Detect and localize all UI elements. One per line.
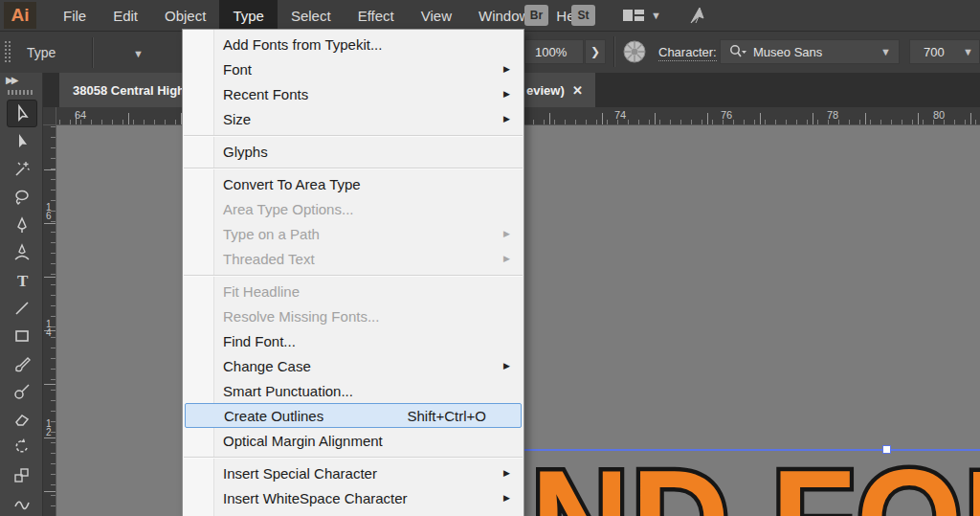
direct-selection-icon [12, 132, 32, 151]
app-logo: Ai [4, 2, 36, 29]
line-segment-tool[interactable] [7, 294, 37, 322]
text-baseline-guide [522, 449, 980, 451]
menu-separator [183, 164, 523, 171]
shaper-tool[interactable] [7, 377, 37, 405]
paintbrush-tool[interactable] [7, 349, 37, 377]
ruler-tick-label: 64 [75, 109, 86, 121]
bridge-button[interactable]: Br [524, 5, 548, 26]
divider [613, 36, 614, 67]
menu-item-resolve-missing-fonts: Resolve Missing Fonts... [183, 303, 523, 328]
ruler-tick-label: 74 [614, 109, 626, 121]
menu-item-create-outlines[interactable]: Create OutlinesShift+Ctrl+O [185, 403, 522, 428]
fill-chevron-icon[interactable]: ▼ [133, 48, 144, 59]
magic-wand-icon [12, 160, 32, 179]
tools-grip-handle[interactable] [8, 90, 34, 95]
vertical-ruler[interactable]: 161412 [43, 125, 56, 516]
curvature-pen-icon [12, 243, 32, 262]
menu-item-label: Smart Punctuation... [223, 383, 353, 399]
workspace-switcher[interactable]: ▼ [622, 8, 661, 23]
menu-item-change-case[interactable]: Change Case▶ [183, 353, 523, 378]
zoom-level-field[interactable]: 100% [524, 39, 584, 64]
ruler-origin-box[interactable] [43, 107, 56, 125]
menu-item-label: Convert To Area Type [223, 176, 361, 192]
collapse-panel-icon[interactable]: ▶▶ [6, 75, 16, 85]
tab-close-icon[interactable]: ✕ [572, 83, 583, 98]
eraser-icon [12, 410, 32, 429]
menu-item-label: Insert WhiteSpace Character [223, 490, 408, 506]
submenu-arrow-icon: ▶ [503, 114, 514, 123]
menu-item-label: Type on a Path [223, 226, 320, 242]
font-family-field[interactable]: Museo Sans ▼ [720, 39, 900, 64]
rectangle-icon [12, 326, 32, 346]
lasso-tool[interactable] [7, 183, 37, 211]
menu-item-insert-whitespace-character[interactable]: Insert WhiteSpace Character▶ [183, 485, 523, 510]
menu-item-label: Glyphs [223, 144, 268, 160]
menu-item-smart-punctuation[interactable]: Smart Punctuation... [183, 378, 523, 403]
menu-item-find-font[interactable]: Find Font... [183, 328, 523, 353]
menu-item-area-type-options: Area Type Options... [183, 196, 523, 221]
rectangle-tool[interactable] [7, 322, 37, 349]
menu-item-size[interactable]: Size▶ [183, 106, 523, 131]
menubar: Ai FileEditObjectTypeSelectEffectViewWin… [0, 0, 980, 31]
menu-item-label: Threaded Text [223, 251, 315, 267]
pen-tool[interactable] [7, 211, 37, 238]
menubar-item-edit[interactable]: Edit [100, 0, 151, 31]
scale-icon [12, 465, 32, 484]
menubar-item-type[interactable]: Type [219, 0, 278, 31]
menu-item-type-on-a-path: Type on a Path▶ [183, 221, 523, 246]
tools-panel: ▶▶ T [0, 73, 43, 516]
menu-item-fit-headline: Fit Headline [183, 279, 523, 303]
anchor-point-handle[interactable] [882, 445, 891, 454]
width-tool[interactable] [7, 488, 37, 516]
menu-item-recent-fonts[interactable]: Recent Fonts▶ [183, 81, 523, 106]
shaper-icon [12, 382, 32, 401]
font-family-value: Museo Sans [753, 45, 822, 59]
curvature-pen-tool[interactable] [7, 238, 37, 266]
ruler-tick-label: 78 [827, 109, 838, 121]
menu-item-convert-to-area-type[interactable]: Convert To Area Type [183, 171, 523, 196]
chevron-down-icon: ▼ [651, 10, 661, 21]
menubar-item-object[interactable]: Object [151, 0, 219, 31]
menubar-item-file[interactable]: File [50, 0, 100, 31]
menubar-item-view[interactable]: View [408, 0, 465, 31]
menubar-item-select[interactable]: Select [278, 0, 345, 31]
scale-tool[interactable] [7, 460, 37, 488]
panel-grip-handle[interactable] [5, 41, 11, 64]
ruler-tick-label: 12 [46, 419, 52, 437]
rotate-icon [12, 437, 32, 457]
menu-item-label: Find Font... [223, 333, 296, 349]
rotate-tool[interactable] [7, 433, 37, 460]
recolor-artwork-icon[interactable] [622, 39, 647, 64]
menu-item-font[interactable]: Font▶ [183, 56, 523, 81]
menu-item-label: Font [223, 61, 252, 78]
menu-separator [183, 453, 523, 460]
font-weight-field[interactable]: 700 ▼ [909, 39, 980, 64]
direct-selection-tool[interactable] [7, 127, 37, 155]
menubar-item-effect[interactable]: Effect [345, 0, 408, 31]
next-object-button[interactable]: ❯ [585, 39, 606, 64]
document-title-suffix: eview) [526, 83, 565, 98]
selection-icon [12, 104, 32, 123]
eraser-tool[interactable] [7, 405, 37, 433]
menu-item-insert-special-character[interactable]: Insert Special Character▶ [183, 460, 523, 485]
selection-tool[interactable] [7, 100, 37, 127]
workspace-layout-icon [622, 8, 645, 23]
menu-item-shortcut: Shift+Ctrl+O [407, 408, 511, 424]
paintbrush-icon [12, 354, 32, 373]
submenu-arrow-icon: ▶ [503, 361, 514, 370]
menu-item-glyphs[interactable]: Glyphs [183, 139, 523, 164]
menu-item-threaded-text: Threaded Text▶ [183, 246, 523, 271]
share-rocket-icon[interactable] [688, 5, 709, 26]
type-tool[interactable]: T [7, 266, 37, 294]
menu-item-optical-margin-alignment[interactable]: Optical Margin Alignment [183, 428, 523, 453]
menu-item-add-fonts-from-typekit[interactable]: Add Fonts from Typekit... [183, 32, 523, 56]
svg-text:T: T [17, 272, 29, 290]
character-label[interactable]: Character: [658, 45, 717, 61]
stock-button[interactable]: St [571, 5, 595, 26]
illustrator-window: Ai FileEditObjectTypeSelectEffectViewWin… [0, 0, 980, 516]
ruler-tick-label: 16 [46, 203, 52, 220]
magic-wand-tool[interactable] [7, 155, 37, 183]
menu-item-label: Create Outlines [224, 408, 323, 424]
chevron-down-icon: ▼ [880, 46, 891, 57]
tools-list: T [0, 100, 43, 516]
